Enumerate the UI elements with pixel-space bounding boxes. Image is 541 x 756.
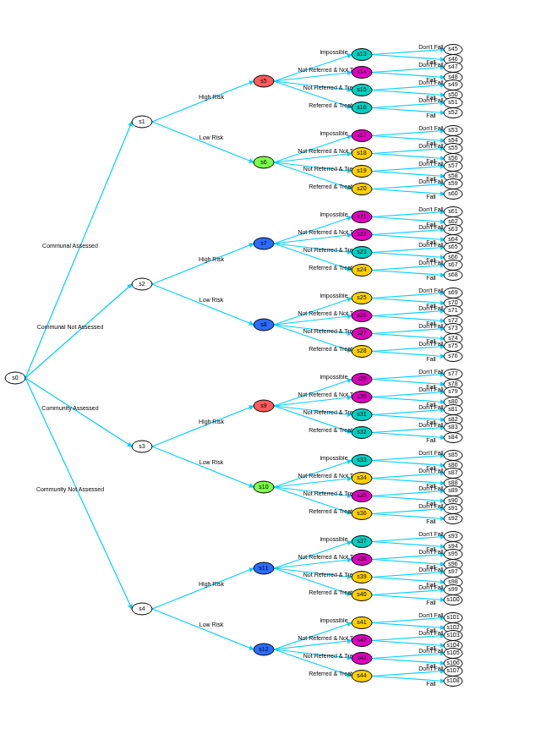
svg-text:s72: s72 [448, 317, 457, 323]
svg-text:s24: s24 [357, 266, 366, 272]
svg-text:s84: s84 [448, 434, 457, 440]
svg-text:Don't Fall: Don't Fall [418, 62, 444, 68]
svg-text:s13: s13 [357, 51, 366, 57]
node-s71: s71 [444, 306, 462, 316]
svg-text:High Risk: High Risk [199, 94, 224, 101]
svg-text:s96: s96 [448, 561, 457, 567]
svg-text:impossible: impossible [320, 536, 347, 543]
svg-text:Don't Fall: Don't Fall [418, 369, 444, 375]
svg-text:s60: s60 [448, 190, 457, 196]
svg-text:s89: s89 [448, 487, 457, 493]
svg-line-212 [372, 671, 445, 677]
node-s107: s107 [444, 666, 462, 677]
svg-line-204 [372, 636, 445, 641]
svg-text:s46: s46 [448, 56, 457, 62]
svg-text:impossible: impossible [320, 211, 347, 218]
svg-text:impossible: impossible [320, 130, 347, 137]
svg-text:Don't Fall: Don't Fall [418, 224, 444, 230]
svg-text:Don't Fall: Don't Fall [418, 260, 444, 266]
svg-text:Don't Fall: Don't Fall [418, 422, 444, 428]
svg-text:s74: s74 [448, 335, 457, 341]
svg-line-192 [372, 572, 445, 578]
svg-text:s82: s82 [448, 416, 457, 422]
svg-line-200 [372, 618, 445, 623]
node-s89: s89 [444, 486, 462, 496]
node-s53: s53 [444, 126, 462, 136]
node-s77: s77 [444, 370, 462, 380]
svg-text:s4: s4 [139, 605, 145, 611]
node-s59: s59 [444, 179, 462, 189]
node-s79: s79 [444, 387, 462, 397]
svg-text:s0: s0 [12, 375, 19, 381]
svg-text:s52: s52 [448, 109, 457, 115]
node-s38: s38 [352, 554, 372, 566]
svg-line-208 [372, 654, 445, 659]
svg-line-112 [372, 167, 445, 172]
svg-text:Communal Not Assessed: Communal Not Assessed [37, 324, 104, 330]
svg-text:s25: s25 [357, 294, 366, 300]
svg-text:Low Risk: Low Risk [199, 459, 224, 465]
svg-line-124 [372, 230, 445, 235]
svg-line-18 [152, 446, 254, 487]
svg-text:s97: s97 [448, 568, 457, 574]
node-s81: s81 [444, 405, 462, 415]
node-s13: s13 [352, 49, 372, 61]
svg-line-20 [152, 568, 254, 609]
svg-line-96 [372, 85, 445, 90]
node-s95: s95 [444, 550, 462, 560]
svg-text:s76: s76 [448, 353, 457, 359]
svg-text:Don't Fall: Don't Fall [418, 666, 444, 671]
svg-text:Don't Fall: Don't Fall [418, 44, 444, 50]
node-s55: s55 [444, 144, 462, 154]
node-s15: s15 [352, 85, 372, 96]
svg-line-2 [25, 284, 132, 378]
node-s84: s84 [444, 433, 462, 443]
svg-line-172 [372, 474, 445, 479]
svg-text:s40: s40 [357, 591, 366, 597]
svg-text:impossible: impossible [320, 617, 347, 624]
svg-text:s81: s81 [448, 406, 457, 412]
node-s63: s63 [444, 225, 462, 235]
svg-line-136 [372, 293, 445, 299]
svg-line-156 [372, 392, 445, 397]
svg-text:s94: s94 [448, 543, 457, 549]
svg-text:s69: s69 [448, 289, 457, 295]
node-s51: s51 [444, 98, 462, 108]
svg-line-10 [152, 122, 254, 162]
node-s24: s24 [352, 265, 372, 277]
svg-text:s21: s21 [357, 213, 366, 219]
svg-text:s14: s14 [357, 68, 366, 74]
node-s60: s60 [444, 189, 462, 200]
svg-text:Low Risk: Low Risk [199, 622, 224, 627]
svg-text:s93: s93 [448, 533, 457, 539]
svg-text:Don't Fall: Don't Fall [418, 386, 444, 392]
svg-line-16 [152, 406, 254, 446]
svg-text:s22: s22 [357, 231, 366, 237]
svg-text:Fall: Fall [426, 681, 436, 687]
node-s14: s14 [352, 67, 372, 79]
svg-text:s10: s10 [259, 484, 268, 490]
svg-text:s26: s26 [357, 312, 366, 318]
svg-text:s32: s32 [357, 429, 366, 435]
svg-line-132 [372, 266, 445, 271]
svg-text:Community Not Assessed: Community Not Assessed [36, 486, 104, 493]
svg-text:s15: s15 [357, 86, 366, 92]
svg-text:Fall: Fall [426, 600, 436, 605]
node-s91: s91 [444, 504, 462, 514]
svg-text:s20: s20 [357, 185, 366, 191]
svg-line-140 [372, 311, 445, 316]
svg-text:s29: s29 [357, 375, 366, 381]
svg-text:impossible: impossible [320, 49, 347, 56]
svg-line-22 [152, 609, 254, 649]
svg-text:Don't Fall: Don't Fall [418, 584, 444, 590]
svg-text:s78: s78 [448, 381, 457, 386]
svg-line-88 [372, 50, 445, 55]
node-s108: s108 [444, 677, 462, 687]
svg-text:s55: s55 [448, 145, 457, 151]
svg-text:s37: s37 [357, 538, 366, 544]
svg-text:s106: s106 [446, 660, 459, 666]
svg-text:s79: s79 [448, 388, 457, 394]
svg-text:Don't Fall: Don't Fall [418, 305, 444, 311]
svg-text:Don't Fall: Don't Fall [418, 404, 444, 410]
svg-text:s88: s88 [448, 479, 457, 485]
